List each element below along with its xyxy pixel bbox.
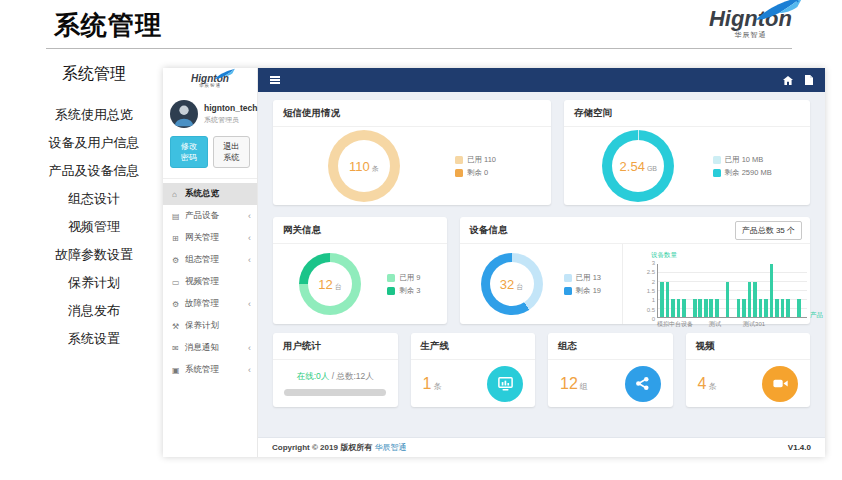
donut-unit: 条 — [372, 164, 379, 174]
gear-icon: ⚙ — [172, 300, 185, 309]
user-role: 系统管理员 — [204, 115, 257, 125]
message-icon: ✉ — [172, 344, 185, 353]
unit-label: 条 — [708, 381, 716, 392]
bar — [753, 282, 757, 317]
legend-item[interactable]: 已用 9 — [387, 273, 420, 283]
bar — [742, 299, 746, 317]
page: 系统管理 Hignton 华辰智通 系统管理 系统使用总览设备及用户信息产品及设… — [0, 0, 842, 480]
bar-chart-plot — [657, 264, 807, 318]
legend-item[interactable]: 剩余 2590 MB — [713, 168, 772, 178]
user-panel: hignton_tech 系统管理员 — [163, 92, 257, 134]
storage-donut-chart: 2.54 GB — [602, 130, 674, 202]
bar — [660, 282, 664, 317]
sidebar-item-label: 网关管理 — [185, 232, 248, 244]
product-total-badge[interactable]: 产品总数 35 个 — [735, 221, 802, 240]
change-password-button[interactable]: 修改密码 — [170, 136, 208, 168]
sidebar-item-3[interactable]: ⚙组态管理‹ — [163, 249, 257, 271]
card-title: 用户统计 — [273, 333, 398, 360]
legend-swatch — [564, 274, 572, 282]
hignton-logo: Hignton 华辰智通 — [709, 6, 792, 40]
sidebar-item-2[interactable]: ⊞网关管理‹ — [163, 227, 257, 249]
app-footer: Copyright © 2019 版权所有 华辰智通 V1.4.0 — [258, 437, 825, 457]
sms-usage-card: 短信使用情况 110 条 已用 110剩余 0 — [273, 100, 551, 205]
home-icon: ⌂ — [172, 190, 185, 199]
sidebar-item-label: 故障管理 — [185, 298, 248, 310]
legend-item[interactable]: 已用 13 — [564, 273, 601, 283]
card-title: 网关信息 — [273, 217, 447, 244]
gateway-donut-chart: 12 台 — [299, 253, 361, 315]
sidebar-item-1[interactable]: ▤产品设备‹ — [163, 205, 257, 227]
bar — [682, 299, 686, 317]
outer-menu-item-7[interactable]: 消息发布 — [28, 297, 160, 325]
gateway-info-card: 网关信息 12 台 已用 9剩余 3 — [273, 217, 447, 324]
hamburger-menu-icon[interactable] — [270, 74, 280, 85]
copyright-label: Copyright © 2019 版权所有 — [272, 443, 372, 452]
user-stats-text: 在线:0人 / 总数:12人 — [297, 371, 374, 383]
legend-swatch — [455, 156, 463, 164]
outer-menu-item-1[interactable]: 设备及用户信息 — [28, 129, 160, 157]
sidebar-logo[interactable]: Hignton 华辰智通 — [163, 68, 257, 92]
chevron-left-icon: ‹ — [248, 343, 251, 353]
home-icon[interactable] — [783, 76, 793, 85]
sidebar-item-7[interactable]: ✉消息通知‹ — [163, 337, 257, 359]
bar — [781, 299, 785, 317]
legend-label: 剩余 0 — [467, 168, 488, 178]
legend-item[interactable]: 剩余 0 — [455, 168, 496, 178]
outer-menu-item-0[interactable]: 系统使用总览 — [28, 101, 160, 129]
sidebar-item-4[interactable]: ▭视频管理 — [163, 271, 257, 293]
legend-label: 已用 13 — [576, 273, 601, 283]
device-donut-chart: 32 台 — [481, 253, 543, 315]
monitor-chart-icon — [487, 366, 523, 402]
legend-item[interactable]: 已用 10 MB — [713, 155, 772, 165]
outer-menu-item-4[interactable]: 视频管理 — [28, 213, 160, 241]
user-progress-bar — [284, 389, 386, 396]
chevron-left-icon: ‹ — [248, 233, 251, 243]
scada-count: 12 — [560, 375, 578, 393]
page-header: 系统管理 Hignton 华辰智通 — [46, 0, 792, 49]
donut-value: 2.54 — [620, 159, 645, 174]
outer-menu-item-8[interactable]: 系统设置 — [28, 325, 160, 353]
admin-app-frame: Hignton 华辰智通 hignton_tech 系统管理员 — [163, 68, 825, 457]
monitor-icon: ▭ — [172, 278, 185, 287]
outer-menu-item-3[interactable]: 组态设计 — [28, 185, 160, 213]
logout-button[interactable]: 退出系统 — [213, 136, 251, 168]
username: hignton_tech — [204, 103, 257, 113]
y-tick-label: 1 — [642, 297, 655, 303]
sidebar-item-6[interactable]: ⚒保养计划 — [163, 315, 257, 337]
legend-swatch — [387, 287, 395, 295]
video-count: 4 — [698, 375, 707, 393]
legend-item[interactable]: 剩余 19 — [564, 286, 601, 296]
online-count: 在线:0人 — [297, 371, 330, 381]
y-tick-label: 2 — [642, 279, 655, 285]
user-stats-card: 用户统计 在线:0人 / 总数:12人 — [273, 333, 398, 407]
card-title: 短信使用情况 — [273, 100, 551, 127]
sidebar-item-5[interactable]: ⚙故障管理‹ — [163, 293, 257, 315]
legend-label: 已用 10 MB — [725, 155, 764, 165]
sidebar-item-label: 产品设备 — [185, 210, 248, 222]
card-title: 存储空间 — [564, 100, 810, 127]
legend-item[interactable]: 已用 110 — [455, 155, 496, 165]
outer-menu-item-2[interactable]: 产品及设备信息 — [28, 157, 160, 185]
outer-menu-item-5[interactable]: 故障参数设置 — [28, 241, 160, 269]
sidebar-item-label: 组态管理 — [185, 254, 248, 266]
outer-menu-item-6[interactable]: 保养计划 — [28, 269, 160, 297]
bar — [737, 299, 741, 317]
document-icon[interactable] — [805, 75, 813, 85]
sidebar-item-label: 系统总览 — [185, 188, 251, 200]
video-card: 视频 4 条 — [686, 333, 811, 407]
y-tick-label: 0.5 — [642, 307, 655, 313]
legend-item[interactable]: 剩余 3 — [387, 286, 420, 296]
copyright-text: Copyright © 2019 版权所有 华辰智通 — [272, 442, 406, 453]
card-title: 视频 — [686, 333, 811, 360]
donut-value: 32 — [500, 277, 514, 292]
chevron-left-icon: ‹ — [248, 299, 251, 309]
scada-card: 组态 12 组 — [548, 333, 673, 407]
sidebar-item-8[interactable]: ▣系统管理‹ — [163, 359, 257, 381]
sidebar-item-0[interactable]: ⌂系统总览 — [163, 183, 257, 205]
bar-chart-xlabel: 产品 — [810, 311, 823, 320]
company-link[interactable]: 华辰智通 — [374, 443, 406, 452]
bar — [759, 299, 763, 317]
system-icon: ▣ — [172, 366, 185, 375]
sms-donut-chart: 110 条 — [328, 130, 400, 202]
legend-label: 已用 9 — [399, 273, 420, 283]
